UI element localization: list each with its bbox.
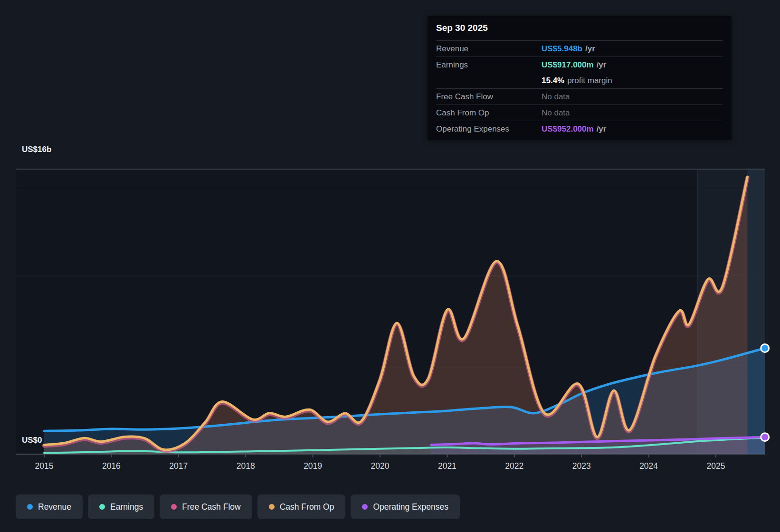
tooltip-row-suffix: /yr — [585, 44, 595, 54]
x-axis-label-2022: 2022 — [493, 461, 536, 471]
legend-item-operating-expenses[interactable]: Operating Expenses — [351, 494, 460, 519]
x-axis-label-2018: 2018 — [224, 461, 267, 471]
legend-item-free-cash-flow[interactable]: Free Cash Flow — [160, 494, 252, 519]
x-axis-label-2017: 2017 — [157, 461, 200, 471]
cash-from-op-color-dot-icon — [269, 504, 275, 510]
tooltip-row-label: Cash From Op — [436, 108, 542, 118]
tooltip-row-value: US$952.000m — [542, 124, 594, 134]
operating-expenses-color-dot-icon — [362, 504, 368, 510]
tooltip-rows: RevenueUS$5.948b/yrEarningsUS$917.000m/y… — [436, 40, 723, 137]
x-axis-label-2019: 2019 — [292, 461, 334, 471]
legend-label: Free Cash Flow — [182, 502, 241, 512]
profit-margin-label: profit margin — [567, 76, 612, 86]
tooltip-row-earnings: EarningsUS$917.000m/yr — [436, 57, 723, 73]
tooltip-row-operating-expenses: Operating ExpensesUS$952.000m/yr — [436, 121, 723, 137]
legend-item-earnings[interactable]: Earnings — [88, 494, 154, 519]
tooltip-row-value: US$5.948b — [542, 44, 582, 54]
tooltip-row-label: Free Cash Flow — [436, 92, 542, 102]
tooltip-row-cash-from-op: Cash From OpNo data — [436, 104, 723, 121]
earnings-color-dot-icon — [99, 504, 105, 510]
x-axis-label-2016: 2016 — [90, 461, 133, 471]
tooltip-row-suffix: /yr — [597, 60, 607, 70]
tooltip-row-value: No data — [542, 92, 570, 102]
x-axis-label-2024: 2024 — [628, 461, 670, 471]
legend-item-cash-from-op[interactable]: Cash From Op — [257, 494, 346, 519]
legend-label: Earnings — [110, 502, 143, 512]
x-axis-label-2025: 2025 — [694, 461, 737, 471]
tooltip-row-free-cash-flow: Free Cash FlowNo data — [436, 88, 723, 104]
legend: RevenueEarningsFree Cash FlowCash From O… — [16, 494, 460, 519]
profit-margin-value: 15.4% — [542, 76, 564, 86]
x-axis-label-2020: 2020 — [359, 461, 401, 471]
revenue-color-dot-icon — [27, 504, 33, 510]
y-axis-max-label: US$16b — [22, 145, 51, 154]
y-axis-zero-label: US$0 — [22, 436, 42, 445]
legend-label: Operating Expenses — [373, 502, 448, 512]
tooltip-row-suffix: /yr — [597, 124, 607, 134]
tooltip-row-value: No data — [542, 108, 570, 118]
tooltip-row-value: US$917.000m — [542, 60, 594, 70]
revenue-end-marker — [761, 344, 769, 352]
tooltip-panel: Sep 30 2025 RevenueUS$5.948b/yrEarningsU… — [428, 16, 732, 140]
tooltip-row-label: Revenue — [436, 44, 542, 54]
free-cash-flow-color-dot-icon — [171, 504, 177, 510]
tooltip-row-label: Earnings — [436, 60, 542, 70]
legend-label: Cash From Op — [280, 502, 334, 512]
x-axis-label-2021: 2021 — [426, 461, 468, 471]
x-axis-label-2015: 2015 — [23, 461, 66, 471]
legend-label: Revenue — [38, 502, 71, 512]
tooltip-profit-margin-row: 15.4%profit margin — [436, 73, 723, 88]
tooltip-row-label: Operating Expenses — [436, 124, 542, 134]
x-axis-label-2023: 2023 — [560, 461, 603, 471]
tooltip-row-revenue: RevenueUS$5.948b/yr — [436, 40, 723, 57]
legend-item-revenue[interactable]: Revenue — [16, 494, 83, 519]
operating-expenses-end-marker — [761, 433, 769, 441]
tooltip-date: Sep 30 2025 — [436, 16, 723, 40]
chart-page: US$16b US$0 2015201620172018201920202021… — [0, 0, 780, 532]
